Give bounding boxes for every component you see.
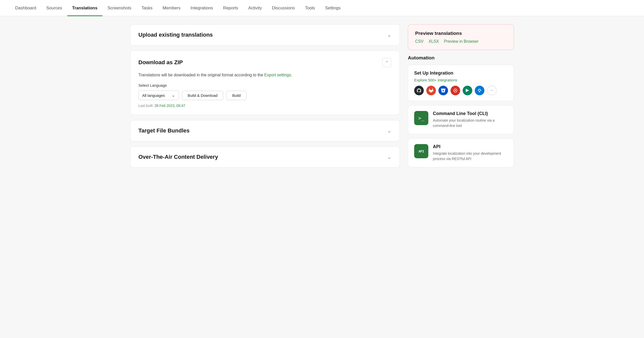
bitbucket-icon[interactable] [438, 86, 448, 95]
upload-chevron-icon[interactable]: ⌄ [387, 32, 391, 38]
automation-section: Automation Set Up Integration Explore 50… [408, 55, 514, 167]
upload-card-title: Upload existing translations [138, 32, 213, 38]
api-title: API [433, 144, 508, 149]
preview-title: Preview translations [415, 31, 507, 36]
download-card-title: Download as ZIP [138, 59, 183, 66]
nav-item-tools[interactable]: Tools [300, 0, 320, 16]
cli-card: >_ Command Line Tool (CLI) Automate your… [408, 105, 514, 134]
nav-item-activity[interactable]: Activity [243, 0, 267, 16]
download-card-expanded: Translations will be downloaded in the o… [138, 72, 391, 108]
download-card: Download as ZIP ⌃ Translations will be d… [130, 51, 400, 115]
cli-title: Command Line Tool (CLI) [433, 111, 508, 116]
nav-item-members[interactable]: Members [158, 0, 186, 16]
language-select-chevron-icon: ⌄ [172, 93, 175, 98]
api-card: API API Integrate localization into your… [408, 138, 514, 167]
google-play-icon[interactable] [463, 86, 472, 95]
api-text: API Integrate localization into your dev… [433, 144, 508, 162]
right-column: Preview translations CSV XLSX Preview in… [408, 24, 514, 168]
main-layout: Upload existing translations ⌄ Download … [120, 16, 524, 176]
api-card-inner: API API Integrate localization into your… [414, 144, 508, 162]
gitlab-icon[interactable] [426, 86, 436, 95]
api-description: Integrate localization into your develop… [433, 151, 508, 162]
bundles-chevron-icon[interactable]: ⌄ [387, 128, 391, 134]
api-icon: API [414, 144, 428, 158]
integration-card: Set Up Integration Explore 500+ integrat… [408, 65, 514, 101]
automation-label: Automation [408, 55, 514, 61]
nav-item-translations[interactable]: Translations [67, 0, 103, 16]
controls-row: All languages ⌄ Build & Download Build [138, 91, 391, 100]
preview-card: Preview translations CSV XLSX Preview in… [408, 24, 514, 50]
nav-item-settings[interactable]: Settings [320, 0, 345, 16]
cli-icon: >_ [414, 111, 428, 125]
integration-subtitle[interactable]: Explore 500+ integrations [414, 78, 508, 82]
language-select[interactable]: All languages ⌄ [138, 91, 179, 100]
nav-item-discussions[interactable]: Discussions [267, 0, 300, 16]
cli-card-inner: >_ Command Line Tool (CLI) Automate your… [414, 111, 508, 128]
last-built-prefix: Last built: [138, 104, 155, 108]
cli-description: Automate your localization routine via a… [433, 118, 508, 128]
upload-card: Upload existing translations ⌄ [130, 24, 400, 46]
ota-chevron-icon[interactable]: ⌄ [387, 154, 391, 160]
ota-card-title: Over-The-Air Content Delivery [138, 154, 218, 160]
select-language-label: Select Language [138, 83, 391, 87]
download-description-prefix: Translations will be downloaded in the o… [138, 73, 264, 77]
bundles-card: Target File Bundles ⌄ [130, 120, 400, 141]
navigation: Dashboard Sources Translations Screensho… [0, 0, 644, 16]
cli-text: Command Line Tool (CLI) Automate your lo… [433, 111, 508, 128]
integration-icons: ··· [414, 86, 508, 95]
upload-card-header[interactable]: Upload existing translations ⌄ [138, 32, 391, 38]
more-integrations-icon[interactable]: ··· [487, 86, 497, 95]
last-built: Last built: 28 Feb 2023, 09:47 [138, 104, 391, 108]
language-select-value: All languages [142, 93, 165, 98]
download-description: Translations will be downloaded in the o… [138, 72, 391, 78]
last-built-date: 28 Feb 2023, 09:47 [155, 104, 185, 108]
nav-item-screenshots[interactable]: Screenshots [103, 0, 137, 16]
export-settings-link[interactable]: Export settings [264, 73, 291, 77]
diamond-icon[interactable] [475, 86, 484, 95]
crowdin-icon[interactable] [451, 86, 460, 95]
left-column: Upload existing translations ⌄ Download … [130, 24, 400, 168]
download-description-suffix: . [291, 73, 292, 77]
preview-in-browser-link[interactable]: Preview in Browser [444, 39, 479, 44]
nav-item-sources[interactable]: Sources [41, 0, 67, 16]
github-icon[interactable] [414, 86, 424, 95]
csv-link[interactable]: CSV [415, 39, 424, 44]
preview-links: CSV XLSX Preview in Browser [415, 39, 507, 44]
nav-item-tasks[interactable]: Tasks [136, 0, 157, 16]
download-card-header[interactable]: Download as ZIP ⌃ [138, 58, 391, 67]
ota-card-header[interactable]: Over-The-Air Content Delivery ⌄ [138, 154, 391, 160]
build-download-button[interactable]: Build & Download [182, 91, 223, 100]
download-chevron-icon[interactable]: ⌃ [382, 58, 391, 67]
nav-item-dashboard[interactable]: Dashboard [10, 0, 41, 16]
xlsx-link[interactable]: XLSX [429, 39, 439, 44]
nav-item-integrations[interactable]: Integrations [186, 0, 218, 16]
integration-title: Set Up Integration [414, 71, 508, 76]
bundles-card-header[interactable]: Target File Bundles ⌄ [138, 127, 391, 134]
ota-card: Over-The-Air Content Delivery ⌄ [130, 146, 400, 168]
build-button[interactable]: Build [226, 91, 246, 100]
nav-item-reports[interactable]: Reports [218, 0, 243, 16]
bundles-card-title: Target File Bundles [138, 127, 190, 134]
